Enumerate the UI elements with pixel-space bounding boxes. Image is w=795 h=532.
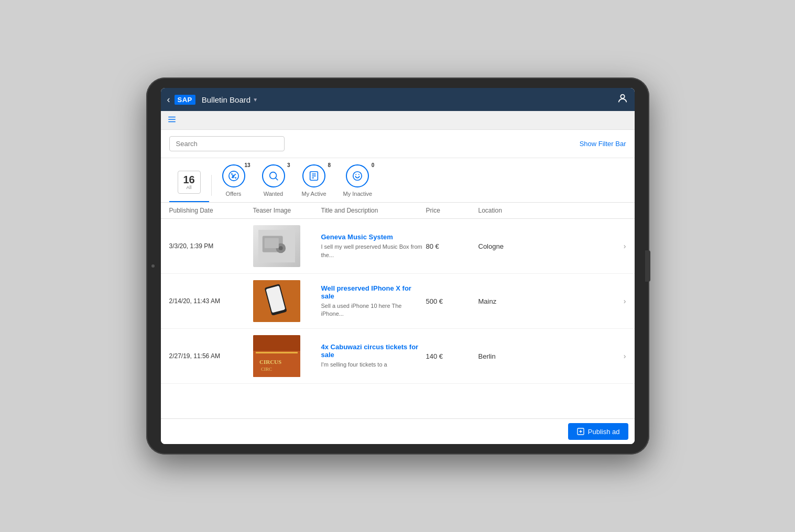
col-title: Title and Description: [321, 207, 426, 214]
publish-bar: Publish ad: [161, 418, 635, 444]
tab-offers[interactable]: 13 $ Offers: [214, 162, 254, 202]
publish-ad-button[interactable]: Publish ad: [568, 423, 628, 440]
svg-point-0: [620, 94, 624, 98]
app-title: Bulletin Board ▼: [202, 95, 258, 104]
svg-rect-22: [264, 238, 278, 248]
table-header: Publishing Date Teaser Image Title and D…: [161, 203, 635, 219]
listing-info: Geneva Music System I sell my well prese…: [321, 233, 426, 259]
all-count-box: 16 All: [178, 171, 201, 194]
col-date: Publishing Date: [169, 207, 253, 214]
row-chevron-icon: ›: [611, 242, 626, 250]
svg-rect-30: [256, 352, 298, 353]
search-area: Show Filter Bar: [161, 130, 635, 158]
listing-date: 3/3/20, 1:39 PM: [169, 242, 253, 250]
listing-image: CIRCUS CIRC: [253, 335, 321, 377]
tablet-frame: ‹ SAP Bulletin Board ▼: [146, 77, 649, 455]
svg-text:CIRC: CIRC: [261, 367, 272, 372]
top-navbar: ‹ SAP Bulletin Board ▼: [161, 88, 635, 111]
listing-date: 2/14/20, 11:43 AM: [169, 297, 253, 305]
listing-info: 4x Cabuwazi circus tickets for sale I'm …: [321, 343, 426, 369]
tab-all[interactable]: 16 All: [169, 169, 209, 202]
category-tabs: 16 All 13 $: [161, 158, 635, 203]
listing-location: Mainz: [478, 297, 611, 305]
wanted-icon: [262, 164, 285, 187]
tab-my-inactive[interactable]: 0 My Inactive: [335, 162, 381, 202]
search-input[interactable]: [169, 136, 285, 151]
tab-divider: [211, 175, 212, 196]
listing-location: Cologne: [478, 242, 611, 250]
user-icon[interactable]: [617, 93, 628, 107]
listing-date: 2/27/19, 11:56 AM: [169, 352, 253, 360]
table-row[interactable]: 2/27/19, 11:56 AM CIRCUS CIRC 4x Cabuwaz…: [161, 329, 635, 384]
show-filter-button[interactable]: Show Filter Bar: [580, 140, 626, 148]
offers-icon: $: [222, 164, 245, 187]
svg-line-10: [276, 178, 278, 180]
toolbar: [161, 111, 635, 130]
svg-point-7: [235, 177, 236, 179]
my-inactive-icon: [346, 164, 369, 187]
table-row[interactable]: 3/3/20, 1:39 PM Geneva Music System: [161, 219, 635, 274]
title-dropdown-icon[interactable]: ▼: [253, 97, 258, 103]
svg-text:CIRCUS: CIRCUS: [259, 359, 281, 365]
col-image: Teaser Image: [253, 207, 321, 214]
table-row[interactable]: 2/14/20, 11:43 AM Well preserved IPhone …: [161, 274, 635, 329]
listing-image: [253, 280, 321, 322]
app-screen: ‹ SAP Bulletin Board ▼: [161, 88, 635, 444]
col-location: Location: [478, 207, 611, 214]
svg-point-15: [353, 172, 362, 181]
svg-point-21: [278, 246, 282, 250]
svg-point-6: [231, 173, 232, 175]
back-button[interactable]: ‹: [167, 94, 170, 105]
listing-price: 80 €: [426, 242, 478, 250]
col-action: [611, 207, 626, 214]
listing-price: 500 €: [426, 297, 478, 305]
tab-my-active[interactable]: 8 My Active: [293, 162, 335, 202]
publish-icon: [576, 427, 585, 436]
my-active-icon: [302, 164, 325, 187]
svg-point-9: [269, 172, 276, 179]
col-price: Price: [426, 207, 478, 214]
listing-info: Well preserved IPhone X for sale Sell a …: [321, 284, 426, 318]
menu-icon[interactable]: [167, 115, 177, 126]
listing-image: [253, 225, 321, 267]
listing-location: Berlin: [478, 352, 611, 360]
row-chevron-icon: ›: [611, 352, 626, 360]
tab-wanted[interactable]: 3 Wanted: [254, 162, 293, 202]
sap-logo: SAP: [175, 95, 195, 105]
listing-price: 140 €: [426, 352, 478, 360]
listings-table: 3/3/20, 1:39 PM Geneva Music System: [161, 219, 635, 418]
row-chevron-icon: ›: [611, 297, 626, 305]
